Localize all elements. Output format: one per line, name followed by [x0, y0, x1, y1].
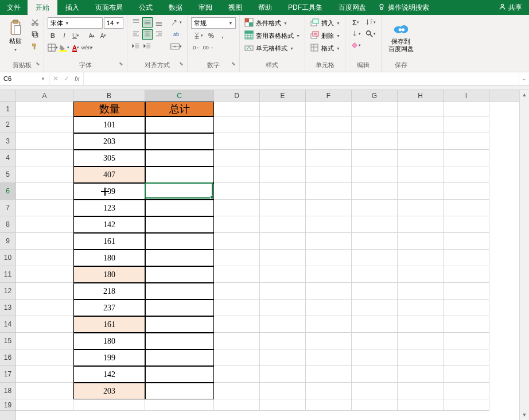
row-header[interactable]: 1	[0, 102, 15, 116]
cell[interactable]	[444, 166, 489, 183]
cell-styles-button[interactable]: 单元格样式▼	[243, 42, 301, 54]
cell[interactable]	[214, 183, 260, 200]
cell[interactable]	[398, 166, 444, 183]
cell[interactable]	[398, 150, 444, 166]
cell[interactable]: 101	[73, 116, 145, 133]
formula-input[interactable]	[84, 72, 519, 85]
cell[interactable]: 180	[73, 250, 145, 266]
align-left-button[interactable]	[131, 29, 141, 40]
increase-decimal-button[interactable]: .0←	[191, 42, 201, 53]
cell[interactable]	[16, 216, 73, 233]
cell[interactable]	[16, 150, 73, 166]
cell[interactable]	[145, 349, 214, 366]
cell[interactable]	[306, 116, 352, 133]
cell[interactable]: 180	[73, 333, 145, 349]
cell[interactable]	[16, 133, 73, 150]
accounting-format-button[interactable]: ▾	[191, 30, 205, 41]
column-header[interactable]: I	[444, 90, 489, 101]
cell[interactable]	[145, 399, 214, 411]
cell[interactable]	[145, 266, 214, 283]
bold-button[interactable]: B	[48, 30, 58, 41]
row-header[interactable]: 4	[0, 150, 15, 166]
cell[interactable]	[306, 383, 352, 399]
italic-button[interactable]: I	[59, 30, 69, 41]
cell[interactable]	[145, 283, 214, 300]
cell[interactable]	[306, 283, 352, 300]
cell[interactable]	[145, 333, 214, 349]
decrease-decimal-button[interactable]: .00→	[203, 42, 213, 53]
column-header[interactable]: C	[145, 90, 214, 101]
row-header[interactable]: 3	[0, 133, 15, 150]
phonetic-button[interactable]: wén▾	[82, 42, 92, 53]
cell[interactable]	[444, 183, 489, 200]
cell[interactable]	[398, 399, 444, 411]
cell[interactable]	[214, 399, 260, 411]
cell[interactable]	[352, 333, 398, 349]
cell[interactable]	[16, 283, 73, 300]
cell[interactable]	[306, 250, 352, 266]
cell[interactable]	[260, 283, 306, 300]
cell[interactable]	[398, 183, 444, 200]
cell[interactable]	[306, 200, 352, 216]
format-cells-button[interactable]: 格式▼	[309, 42, 341, 54]
cell[interactable]	[214, 166, 260, 183]
tab-help[interactable]: 帮助	[250, 0, 280, 15]
cell[interactable]: 数量	[73, 102, 145, 116]
cell[interactable]	[444, 383, 489, 399]
cell[interactable]	[260, 183, 306, 200]
cell[interactable]	[145, 300, 214, 316]
cell[interactable]	[260, 102, 306, 116]
cell[interactable]	[145, 316, 214, 333]
cell[interactable]	[214, 266, 260, 283]
cancel-formula-button[interactable]: ✕	[53, 75, 59, 83]
cell[interactable]	[16, 316, 73, 333]
decrease-indent-button[interactable]	[131, 41, 141, 52]
tab-baidu[interactable]: 百度网盘	[330, 0, 374, 15]
row-header[interactable]: 17	[0, 366, 15, 383]
cell[interactable]	[398, 200, 444, 216]
scroll-down-button[interactable]: ▼	[520, 410, 529, 420]
row-header[interactable]: 13	[0, 300, 15, 316]
cell[interactable]: 161	[73, 233, 145, 250]
dialog-launcher-icon[interactable]: ⬊	[179, 61, 184, 67]
cell[interactable]	[145, 133, 214, 150]
align-bottom-button[interactable]	[154, 17, 164, 28]
cell[interactable]	[352, 316, 398, 333]
cell[interactable]	[306, 233, 352, 250]
tab-file[interactable]: 文件	[0, 0, 28, 15]
cell[interactable]	[16, 166, 73, 183]
sort-filter-button[interactable]: ▾	[364, 17, 378, 28]
row-header[interactable]: 18	[0, 383, 15, 399]
tab-formulas[interactable]: 公式	[131, 0, 161, 15]
expand-formula-bar-button[interactable]: ⌄	[519, 72, 529, 85]
column-header[interactable]: B	[73, 90, 145, 101]
paste-button[interactable]: 粘贴 ▼	[3, 17, 28, 56]
cell[interactable]	[260, 333, 306, 349]
cell[interactable]	[260, 166, 306, 183]
cell[interactable]	[352, 133, 398, 150]
font-name-combo[interactable]: 宋体▼	[48, 17, 103, 29]
cell[interactable]	[444, 283, 489, 300]
cell[interactable]	[352, 250, 398, 266]
dialog-launcher-icon[interactable]: ⬊	[119, 61, 123, 67]
enter-formula-button[interactable]: ✓	[64, 75, 69, 83]
tab-insert[interactable]: 插入	[57, 0, 87, 15]
cell[interactable]	[444, 216, 489, 233]
cell[interactable]	[16, 233, 73, 250]
cell[interactable]	[214, 349, 260, 366]
cell[interactable]	[260, 266, 306, 283]
cell[interactable]: 123	[73, 200, 145, 216]
cell[interactable]	[16, 366, 73, 383]
cell[interactable]	[398, 349, 444, 366]
cell[interactable]	[444, 102, 489, 116]
name-box[interactable]: C6 ▼	[0, 72, 49, 85]
cell[interactable]	[16, 383, 73, 399]
cell[interactable]	[306, 399, 352, 411]
cell[interactable]	[260, 366, 306, 383]
cell[interactable]	[398, 383, 444, 399]
cell[interactable]	[306, 349, 352, 366]
cell[interactable]	[214, 300, 260, 316]
cell[interactable]	[260, 233, 306, 250]
cell[interactable]	[444, 133, 489, 150]
cell[interactable]: 203	[73, 383, 145, 399]
